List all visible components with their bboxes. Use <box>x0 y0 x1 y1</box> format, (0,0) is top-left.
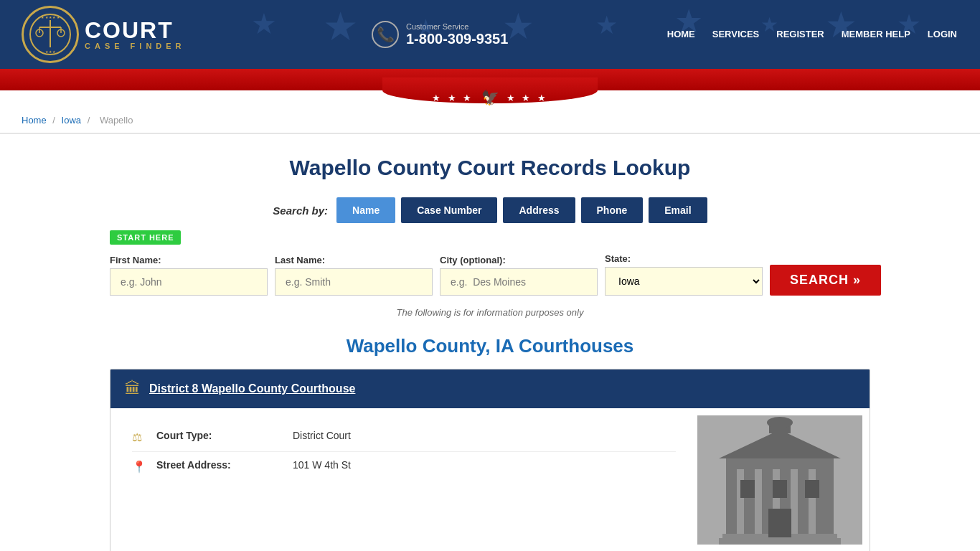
tab-case-number[interactable]: Case Number <box>401 197 497 223</box>
first-name-group: First Name: <box>110 255 268 296</box>
customer-service: 📞 Customer Service 1-800-309-9351 <box>372 21 508 48</box>
courthouse-body: ⚖ Court Type: District Court 📍 Street Ad… <box>110 408 870 551</box>
svg-rect-20 <box>740 480 755 498</box>
svg-rect-13 <box>737 469 744 537</box>
courthouse-name-link[interactable]: District 8 Wapello County Courthouse <box>149 382 355 395</box>
svg-rect-17 <box>809 469 816 537</box>
courthouse-info: ⚖ Court Type: District Court 📍 Street Ad… <box>110 408 697 551</box>
header: ★ ★ ★ ★ ★ ★ ★ ★ ★ <box>0 0 980 90</box>
search-by-row: Search by: Name Case Number Address Phon… <box>110 197 870 223</box>
city-input[interactable] <box>440 268 598 296</box>
nav-register[interactable]: REGISTER <box>775 26 825 44</box>
eagle-stars-right: ★ ★ ★ <box>507 93 548 103</box>
breadcrumb-sep1: / <box>52 115 57 126</box>
nav-home[interactable]: HOME <box>666 26 697 44</box>
first-name-input[interactable] <box>110 268 268 296</box>
breadcrumb-home[interactable]: Home <box>22 115 47 126</box>
main-content: Wapello County Court Records Lookup Sear… <box>95 134 885 551</box>
tab-email[interactable]: Email <box>649 197 707 223</box>
nav-login[interactable]: LOGIN <box>926 26 958 44</box>
address-label: Street Address: <box>156 459 286 471</box>
location-icon: 📍 <box>132 460 149 474</box>
breadcrumb-wapello: Wapello <box>100 115 133 126</box>
svg-rect-16 <box>791 469 798 537</box>
svg-rect-23 <box>768 509 791 537</box>
logo-court-text: COURT <box>85 19 186 42</box>
svg-rect-14 <box>755 469 762 537</box>
last-name-group: Last Name: <box>275 255 433 296</box>
search-button[interactable]: SEARCH » <box>770 265 881 296</box>
cs-label: Customer Service <box>406 22 508 31</box>
logo-svg: ★ ★ ★ ★ ★ ★ ★ ★ <box>29 13 72 56</box>
logo-sub-text: CASE FINDER <box>85 42 186 50</box>
eagle-emblem: ★ ★ ★ 🦅 ★ ★ ★ <box>432 89 547 106</box>
svg-text:★ ★ ★ ★ ★: ★ ★ ★ ★ ★ <box>41 15 60 19</box>
page-title: Wapello County Court Records Lookup <box>110 156 870 180</box>
header-banner: ★ ★ ★ 🦅 ★ ★ ★ <box>0 69 980 90</box>
cs-phone: 1-800-309-9351 <box>406 31 508 47</box>
eagle-stars-left: ★ ★ ★ <box>432 93 473 103</box>
breadcrumb-sep2: / <box>88 115 93 126</box>
svg-rect-19 <box>719 538 841 545</box>
first-name-label: First Name: <box>110 255 268 265</box>
breadcrumb: Home / Iowa / Wapello <box>0 108 980 133</box>
breadcrumb-iowa[interactable]: Iowa <box>62 115 81 126</box>
courthouse-card: 🏛 District 8 Wapello County Courthouse ⚖… <box>110 369 870 551</box>
nav-services[interactable]: SERVICES <box>711 26 761 44</box>
city-group: City (optional): <box>440 255 598 296</box>
tab-name[interactable]: Name <box>336 197 395 223</box>
last-name-input[interactable] <box>275 268 433 296</box>
courthouse-icon: 🏛 <box>125 380 141 398</box>
court-type-value: District Court <box>293 430 351 441</box>
address-row: 📍 Street Address: 101 W 4th St <box>132 452 676 481</box>
courthouse-header: 🏛 District 8 Wapello County Courthouse <box>110 369 870 408</box>
logo: ★ ★ ★ ★ ★ ★ ★ ★ COURT CASE FINDER <box>22 6 186 63</box>
building-illustration <box>697 415 862 545</box>
state-group: State: AlabamaAlaskaArizonaArkansasCalif… <box>605 253 763 296</box>
court-type-row: ⚖ Court Type: District Court <box>132 423 676 452</box>
start-here-badge: START HERE <box>110 230 181 245</box>
tab-phone[interactable]: Phone <box>581 197 644 223</box>
city-label: City (optional): <box>440 255 598 265</box>
tab-address[interactable]: Address <box>503 197 575 223</box>
eagle-icon: 🦅 <box>481 89 499 106</box>
svg-rect-21 <box>773 480 787 498</box>
svg-point-25 <box>767 417 793 428</box>
search-by-label: Search by: <box>273 204 328 217</box>
logo-badge: ★ ★ ★ ★ ★ ★ ★ ★ <box>22 6 79 63</box>
gavel-icon: ⚖ <box>132 430 149 444</box>
logo-text-area: COURT CASE FINDER <box>85 19 186 50</box>
phone-icon: 📞 <box>372 21 399 48</box>
address-value: 101 W 4th St <box>293 459 351 471</box>
state-select[interactable]: AlabamaAlaskaArizonaArkansasCaliforniaCo… <box>605 267 763 296</box>
info-note: The following is for information purpose… <box>110 307 870 318</box>
state-label: State: <box>605 253 763 264</box>
court-type-label: Court Type: <box>156 430 286 441</box>
last-name-label: Last Name: <box>275 255 433 265</box>
courthouses-title: Wapello County, IA Courthouses <box>110 335 870 357</box>
nav-member-help[interactable]: MEMBER HELP <box>840 26 912 44</box>
svg-text:★ ★ ★: ★ ★ ★ <box>45 50 57 54</box>
svg-rect-22 <box>805 480 819 498</box>
search-form: First Name: Last Name: City (optional): … <box>110 253 870 296</box>
main-nav: HOME SERVICES REGISTER MEMBER HELP LOGIN <box>666 26 958 44</box>
courthouse-image <box>697 415 862 545</box>
